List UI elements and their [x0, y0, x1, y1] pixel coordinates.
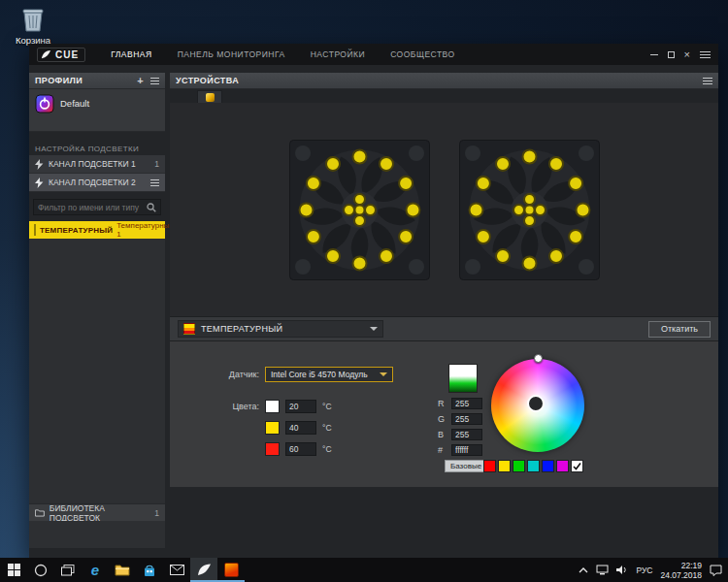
- tray-expand-icon[interactable]: [579, 567, 588, 573]
- colors-label: Цвета:: [209, 402, 259, 411]
- titlebar: CUE ГЛАВНАЯ ПАНЕЛЬ МОНИТОРИНГА НАСТРОЙКИ…: [29, 44, 718, 65]
- fan-device-1[interactable]: [289, 140, 430, 280]
- device-tab-icon: [206, 93, 215, 102]
- palette-swatch-magenta[interactable]: [556, 460, 569, 472]
- palette-swatch-yellow[interactable]: [498, 460, 511, 472]
- lighting-channel-1[interactable]: КАНАЛ ПОДСВЕТКИ 1 1: [29, 155, 165, 174]
- gradient-preview[interactable]: [448, 364, 478, 393]
- devices-menu-icon[interactable]: [703, 78, 712, 84]
- hex-input[interactable]: [451, 444, 482, 456]
- temperature-effect-item[interactable]: ТЕМПЕРАТУРНЫЙ Температурный 1: [29, 221, 165, 239]
- minimize-button[interactable]: [650, 54, 658, 55]
- profile-card[interactable]: Default: [29, 89, 165, 132]
- sensor-value: Intel Core i5 4570 Модуль: [271, 370, 368, 379]
- edge-icon: e: [91, 562, 99, 578]
- lighting-channel-2[interactable]: КАНАЛ ПОДСВЕТКИ 2: [29, 174, 165, 192]
- devices-header: УСТРОЙСТВА: [170, 73, 718, 89]
- menu-monitoring[interactable]: ПАНЕЛЬ МОНИТОРИНГА: [178, 49, 285, 59]
- unit-label: °C: [322, 402, 332, 411]
- palette-swatch-green[interactable]: [513, 460, 525, 472]
- volume-icon[interactable]: [616, 565, 628, 575]
- close-button[interactable]: ×: [684, 49, 690, 59]
- network-icon[interactable]: [596, 565, 609, 575]
- app-logo: CUE: [37, 48, 85, 62]
- effect-type-value: ТЕМПЕРАТУРНЫЙ: [201, 324, 282, 334]
- task-view-button[interactable]: [54, 558, 82, 582]
- effect-title: ТЕМПЕРАТУРНЫЙ: [40, 226, 113, 235]
- folder-icon: [115, 564, 130, 576]
- profile-name: Default: [60, 98, 89, 109]
- r-label: R: [438, 399, 447, 408]
- basic-colors-button[interactable]: Базовые: [445, 460, 487, 472]
- color-wheel-cursor[interactable]: [534, 354, 543, 363]
- effect-settings-panel: Датчик: Intel Core i5 4570 Модуль Цвета:…: [170, 341, 718, 487]
- color-stop-swatch-1[interactable]: [265, 400, 280, 413]
- store-button[interactable]: [136, 558, 163, 582]
- device-tabstrip: [170, 89, 718, 103]
- revert-button[interactable]: Откатить: [648, 321, 711, 338]
- palette-swatch-blue[interactable]: [542, 460, 554, 472]
- action-center-icon[interactable]: [710, 565, 722, 576]
- check-icon: [573, 462, 581, 470]
- color-wheel-wrap: [490, 355, 587, 454]
- cue-app-button[interactable]: [190, 558, 217, 582]
- search-icon[interactable]: [147, 203, 156, 212]
- start-button[interactable]: [0, 558, 27, 582]
- cue-link-icon: [224, 563, 239, 577]
- unit-label: °C: [322, 444, 332, 454]
- window-controls: ×: [650, 49, 711, 59]
- color-stop-temp-1[interactable]: [285, 400, 316, 413]
- recycle-bin-icon[interactable]: Корзина: [8, 6, 58, 46]
- lighting-library-item[interactable]: БИБЛИОТЕКА ПОДСВЕТОК 1: [29, 503, 165, 521]
- bolt-icon: [35, 178, 44, 188]
- menu-home[interactable]: ГЛАВНАЯ: [111, 49, 152, 59]
- maximize-button[interactable]: [668, 51, 675, 58]
- filter-input[interactable]: [38, 203, 147, 212]
- cue-window: CUE ГЛАВНАЯ ПАНЕЛЬ МОНИТОРИНГА НАСТРОЙКИ…: [29, 44, 718, 558]
- menu-settings[interactable]: НАСТРОЙКИ: [311, 49, 365, 59]
- window-menu-icon[interactable]: [700, 51, 711, 58]
- add-profile-button[interactable]: +: [137, 75, 144, 86]
- bolt-icon: [35, 159, 44, 170]
- clock-date: 24.07.2018: [660, 570, 702, 580]
- r-input[interactable]: [451, 398, 482, 409]
- channel-1-label: КАНАЛ ПОДСВЕТКИ 1: [49, 159, 136, 169]
- b-input[interactable]: [451, 429, 482, 440]
- clock[interactable]: 22:19 24.07.2018: [660, 561, 702, 580]
- palette-swatch-cyan[interactable]: [527, 460, 540, 472]
- profiles-menu-icon[interactable]: [150, 78, 159, 84]
- search-button[interactable]: [27, 558, 54, 582]
- palette-swatch-white-selected[interactable]: [571, 460, 583, 472]
- sensor-label: Датчик:: [209, 370, 259, 379]
- fan-device-2[interactable]: [459, 140, 600, 280]
- language-indicator[interactable]: РУС: [636, 566, 652, 575]
- color-stop-temp-3[interactable]: [285, 442, 316, 456]
- device-tab[interactable]: [197, 90, 222, 103]
- cue-link-app-button[interactable]: [217, 558, 245, 582]
- color-wheel[interactable]: [491, 359, 584, 452]
- b-label: B: [438, 430, 447, 439]
- hex-label: #: [438, 445, 447, 455]
- task-view-icon: [61, 565, 75, 576]
- folder-icon: [35, 508, 45, 517]
- color-stop-temp-2[interactable]: [285, 421, 316, 435]
- taskbar: e: [0, 558, 728, 582]
- channel-2-menu-icon[interactable]: [150, 179, 159, 186]
- mail-button[interactable]: [163, 558, 190, 582]
- g-label: G: [438, 414, 447, 424]
- color-stop-swatch-2[interactable]: [265, 421, 280, 435]
- cue-sail-icon: [41, 49, 51, 60]
- color-stop-swatch-3[interactable]: [265, 442, 280, 456]
- profiles-header-label: ПРОФИЛИ: [35, 76, 83, 85]
- g-input[interactable]: [451, 413, 482, 425]
- sensor-dropdown[interactable]: Intel Core i5 4570 Модуль: [265, 367, 393, 382]
- effect-type-dropdown[interactable]: ТЕМПЕРАТУРНЫЙ: [178, 320, 383, 338]
- menu-community[interactable]: СООБЩЕСТВО: [390, 49, 454, 59]
- file-explorer-button[interactable]: [109, 558, 136, 582]
- effect-type-icon: [183, 323, 195, 335]
- palette-swatch-red[interactable]: [483, 460, 496, 472]
- devices-panel: УСТРОЙСТВА ТЕМПЕРАТУРНЫЙ: [170, 73, 718, 487]
- trash-icon: [20, 6, 46, 33]
- system-tray: РУС 22:19 24.07.2018: [579, 561, 728, 580]
- edge-button[interactable]: e: [82, 558, 109, 582]
